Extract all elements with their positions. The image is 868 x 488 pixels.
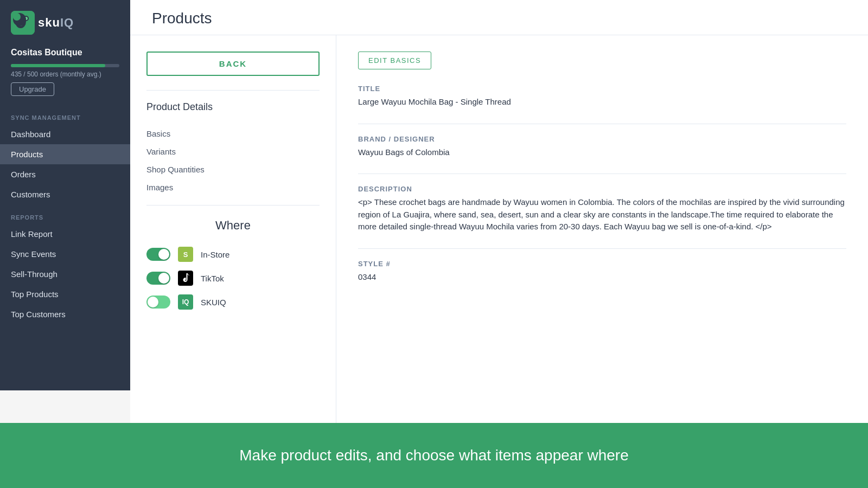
- brand-value: Wayuu Bags of Colombia: [358, 146, 846, 159]
- skuiq-label: SKUIQ: [201, 298, 226, 307]
- sidebar-item-top-customers[interactable]: Top Customers: [0, 304, 130, 324]
- svg-rect-0: [11, 11, 35, 35]
- sidebar-item-dashboard[interactable]: Dashboard: [0, 124, 130, 144]
- page-title: Products: [152, 10, 846, 27]
- divider-2: [146, 205, 320, 206]
- sidebar-item-top-products[interactable]: Top Products: [0, 284, 130, 304]
- field-divider-2: [358, 174, 846, 174]
- title-value: Large Wayuu Mochila Bag - Single Thread: [358, 96, 846, 108]
- sync-management-label: SYNC MANAGEMENT: [0, 105, 130, 124]
- orders-text: 435 / 500 orders (monthly avg.): [11, 70, 119, 78]
- right-panel: EDIT BASICS TITLE Large Wayuu Mochila Ba…: [336, 35, 868, 423]
- progress-bar-fill: [11, 64, 105, 67]
- field-style: STYLE # 0344: [358, 260, 846, 284]
- field-title: TITLE Large Wayuu Mochila Bag - Single T…: [358, 85, 846, 108]
- upgrade-button[interactable]: Upgrade: [11, 82, 54, 96]
- channel-instore-row: S In-Store: [146, 242, 320, 266]
- skuiq-icon: IQ: [178, 294, 193, 310]
- skuiq-toggle-knob: [148, 297, 158, 307]
- brand-label: BRAND / DESIGNER: [358, 135, 846, 143]
- back-button[interactable]: BACK: [146, 52, 320, 76]
- main-header: Products: [130, 0, 868, 35]
- logo-icon: [11, 11, 35, 35]
- sidebar: skuIQ Cositas Boutique 435 / 500 orders …: [0, 0, 130, 390]
- field-divider-3: [358, 248, 846, 249]
- field-description: DESCRIPTION <p> These crochet bags are h…: [358, 185, 846, 233]
- nav-basics[interactable]: Basics: [146, 125, 320, 143]
- sidebar-item-link-report[interactable]: Link Report: [0, 224, 130, 244]
- nav-shop-quantities[interactable]: Shop Quantities: [146, 160, 320, 178]
- svg-point-4: [24, 17, 28, 20]
- left-panel: BACK Product Details Basics Variants Sho…: [130, 35, 336, 423]
- store-name: Cositas Boutique: [0, 43, 130, 61]
- instore-icon: S: [178, 247, 193, 262]
- instore-toggle-knob: [158, 249, 169, 260]
- instore-toggle[interactable]: [146, 248, 170, 261]
- sidebar-item-sell-through[interactable]: Sell-Through: [0, 264, 130, 284]
- field-brand: BRAND / DESIGNER Wayuu Bags of Colombia: [358, 135, 846, 159]
- where-section: Where S In-Store: [146, 219, 320, 314]
- main-content: Products BACK Product Details Basics Var…: [130, 0, 868, 423]
- sidebar-item-products[interactable]: Products: [0, 144, 130, 164]
- logo-area: skuIQ: [0, 0, 130, 43]
- field-divider-1: [358, 124, 846, 124]
- tiktok-toggle[interactable]: [146, 272, 170, 285]
- footer-banner: Make product edits, and choose what item…: [0, 423, 868, 488]
- tiktok-toggle-knob: [158, 273, 169, 284]
- where-title: Where: [146, 219, 320, 233]
- product-details-title: Product Details: [146, 101, 320, 113]
- tiktok-label: TikTok: [201, 274, 224, 283]
- orders-progress: 435 / 500 orders (monthly avg.) Upgrade: [0, 61, 130, 105]
- divider-1: [146, 90, 320, 91]
- style-label: STYLE #: [358, 260, 846, 268]
- title-label: TITLE: [358, 85, 846, 93]
- sidebar-item-orders[interactable]: Orders: [0, 164, 130, 184]
- style-value: 0344: [358, 271, 846, 284]
- reports-section: REPORTS Link Report Sync Events Sell-Thr…: [0, 204, 130, 324]
- channel-skuiq-row: IQ SKUIQ: [146, 290, 320, 314]
- description-value: <p> These crochet bags are handmade by W…: [358, 196, 846, 233]
- channel-tiktok-row: TikTok: [146, 266, 320, 290]
- logo-text: skuIQ: [38, 16, 74, 30]
- nav-variants[interactable]: Variants: [146, 143, 320, 160]
- sidebar-item-sync-events[interactable]: Sync Events: [0, 244, 130, 264]
- reports-label: REPORTS: [0, 204, 130, 224]
- tiktok-icon: [178, 271, 193, 286]
- svg-point-1: [15, 15, 26, 28]
- content-area: BACK Product Details Basics Variants Sho…: [130, 35, 868, 423]
- footer-text: Make product edits, and choose what item…: [239, 447, 629, 464]
- instore-label: In-Store: [201, 250, 229, 259]
- sidebar-item-customers[interactable]: Customers: [0, 184, 130, 204]
- sync-management-section: SYNC MANAGEMENT Dashboard Products Order…: [0, 105, 130, 204]
- progress-bar-bg: [11, 64, 119, 67]
- nav-images[interactable]: Images: [146, 178, 320, 196]
- svg-point-2: [17, 17, 24, 26]
- edit-basics-button[interactable]: EDIT BASICS: [358, 52, 431, 69]
- skuiq-toggle[interactable]: [146, 296, 170, 309]
- description-label: DESCRIPTION: [358, 185, 846, 193]
